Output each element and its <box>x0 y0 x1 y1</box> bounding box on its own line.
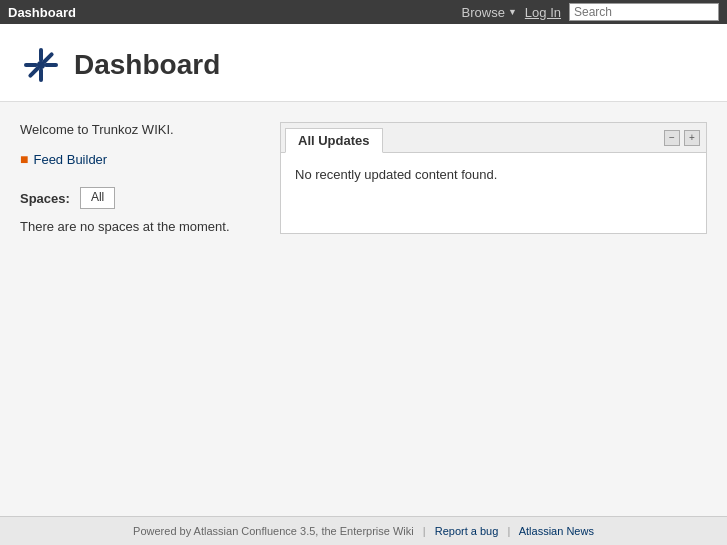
svg-rect-6 <box>28 66 41 79</box>
updates-empty-message: No recently updated content found. <box>295 167 692 182</box>
spaces-tabs: All <box>80 187 115 209</box>
atlassian-news-link[interactable]: Atlassian News <box>519 525 594 537</box>
spaces-header-row: Spaces: All <box>20 187 260 209</box>
topbar: Dashboard Browse ▼ Log In <box>0 0 727 24</box>
footer-separator-2: | <box>507 525 510 537</box>
left-column: Welcome to Trunkoz WIKI. ■ Feed Builder … <box>20 122 260 502</box>
maximize-button[interactable]: + <box>684 130 700 146</box>
feed-builder-link[interactable]: ■ Feed Builder <box>20 151 260 167</box>
svg-rect-1 <box>39 48 43 62</box>
right-column: All Updates − + No recently updated cont… <box>280 122 707 502</box>
search-input[interactable] <box>569 3 719 21</box>
page-header: Dashboard <box>0 24 727 102</box>
updates-tab[interactable]: All Updates <box>285 128 383 153</box>
logo-icon <box>20 44 62 86</box>
updates-tab-bar: All Updates − + <box>281 123 706 153</box>
spaces-section: Spaces: All There are no spaces at the m… <box>20 187 260 234</box>
content-area: Welcome to Trunkoz WIKI. ■ Feed Builder … <box>0 102 727 522</box>
footer-separator-1: | <box>423 525 426 537</box>
svg-rect-4 <box>44 63 58 67</box>
rss-icon: ■ <box>20 151 28 167</box>
updates-tab-controls: − + <box>664 130 706 146</box>
page-title: Dashboard <box>74 49 220 81</box>
minimize-button[interactable]: − <box>664 130 680 146</box>
spaces-label: Spaces: <box>20 191 70 206</box>
browse-button[interactable]: Browse ▼ <box>462 5 517 20</box>
svg-rect-2 <box>39 68 43 82</box>
svg-rect-3 <box>24 63 38 67</box>
chevron-down-icon: ▼ <box>508 7 517 17</box>
spaces-all-tab[interactable]: All <box>81 188 114 208</box>
svg-rect-5 <box>42 52 55 65</box>
footer: Powered by Atlassian Confluence 3.5, the… <box>0 516 727 545</box>
report-bug-link[interactable]: Report a bug <box>435 525 499 537</box>
browse-label: Browse <box>462 5 505 20</box>
topbar-title: Dashboard <box>8 5 76 20</box>
spaces-empty-message: There are no spaces at the moment. <box>20 219 260 234</box>
main-content: Dashboard Welcome to Trunkoz WIKI. ■ Fee… <box>0 24 727 522</box>
feed-builder-label: Feed Builder <box>33 152 107 167</box>
updates-panel: All Updates − + No recently updated cont… <box>280 122 707 234</box>
updates-content: No recently updated content found. <box>281 153 706 233</box>
welcome-text: Welcome to Trunkoz WIKI. <box>20 122 260 137</box>
topbar-right: Browse ▼ Log In <box>462 3 719 21</box>
powered-by-text: Powered by Atlassian Confluence 3.5, the… <box>133 525 414 537</box>
login-button[interactable]: Log In <box>525 5 561 20</box>
